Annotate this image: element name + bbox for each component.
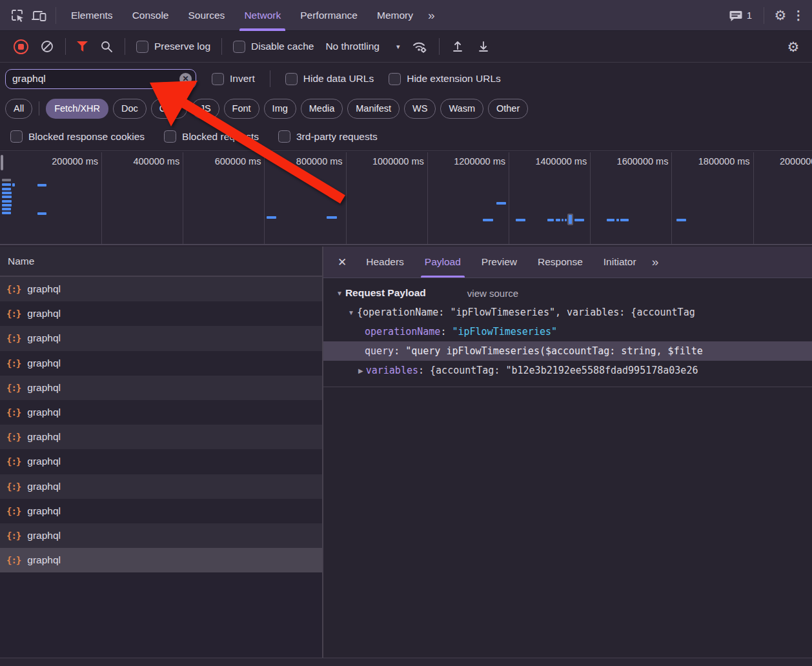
request-row[interactable]: {:}graphql (0, 326, 322, 350)
request-row[interactable]: {:}graphql (0, 301, 322, 326)
network-overview-timeline[interactable]: 200000 ms400000 ms600000 ms800000 ms1000… (0, 152, 812, 245)
tab-memory[interactable]: Memory (367, 0, 423, 31)
tab-elements[interactable]: Elements (61, 0, 123, 31)
waterfall-mark (37, 184, 46, 187)
chip-other[interactable]: Other (488, 99, 528, 119)
devtools-top-bar: ElementsConsoleSourcesNetworkPerformance… (0, 0, 812, 31)
fetch-xhr-type-icon: {:} (6, 555, 21, 565)
waterfall-mark (2, 183, 11, 186)
payload-line-query[interactable]: query: "query ipFlowTimeseries($accountT… (323, 341, 812, 361)
checkbox-icon[interactable] (10, 130, 23, 143)
timeline-tick-label: 1600000 ms (591, 156, 668, 166)
throttling-dropdown[interactable]: No throttling▾ (325, 41, 400, 52)
waterfall-mark (2, 204, 12, 207)
chip-ws[interactable]: WS (404, 99, 436, 119)
detail-tab-headers[interactable]: Headers (356, 247, 414, 278)
chip-manifest[interactable]: Manifest (347, 99, 400, 119)
3rd-party-requests-checkbox[interactable]: 3rd-party requests (278, 130, 378, 143)
panel-tabs: ElementsConsoleSourcesNetworkPerformance… (61, 0, 423, 31)
waterfall-mark (12, 183, 15, 187)
detail-tab-response[interactable]: Response (527, 247, 593, 278)
chip-css[interactable]: CSS (151, 99, 187, 119)
fetch-xhr-type-icon: {:} (6, 358, 21, 368)
chip-img[interactable]: Img (264, 99, 296, 119)
divider (764, 7, 764, 24)
request-name: graphql (27, 554, 61, 566)
request-row[interactable]: {:}graphql (0, 548, 322, 572)
issues-bubble-icon[interactable] (727, 5, 744, 26)
waterfall-mark (565, 219, 567, 221)
close-detail-icon[interactable]: ✕ (329, 256, 356, 269)
network-conditions-icon[interactable] (411, 39, 428, 54)
checkbox-icon[interactable] (278, 130, 290, 143)
filter-funnel-icon[interactable] (77, 41, 88, 52)
preserve-log-checkbox[interactable]: Preserve log (136, 41, 210, 53)
overview-left-handle[interactable] (1, 155, 3, 170)
kebab-menu-icon[interactable]: ⋮ (791, 5, 806, 26)
payload-root-line[interactable]: ▼ {operationName: "ipFlowTimeseries", va… (323, 303, 812, 322)
device-toolbar-icon[interactable] (28, 5, 50, 26)
waterfall-mark (483, 219, 493, 221)
chip-doc[interactable]: Doc (113, 99, 147, 119)
chip-wasm[interactable]: Wasm (440, 99, 483, 119)
more-tabs-icon[interactable]: » (423, 8, 439, 23)
request-row[interactable]: {:}graphql (0, 499, 322, 523)
detail-tabs: ✕ HeadersPayloadPreviewResponseInitiator… (323, 247, 812, 278)
issues-count[interactable]: 1 (747, 10, 752, 21)
chip-all[interactable]: All (5, 99, 32, 119)
chip-js[interactable]: JS (192, 99, 219, 119)
filter-text-input[interactable]: graphql ✕ (5, 69, 196, 89)
name-column-header[interactable]: Name (0, 247, 322, 277)
more-detail-tabs-icon[interactable]: » (647, 255, 663, 269)
clear-filter-icon[interactable]: ✕ (179, 73, 192, 85)
collapse-root-icon[interactable]: ▼ (348, 309, 354, 316)
request-row[interactable]: {:}graphql (0, 449, 322, 474)
payload-line-variables[interactable]: ▶ variables: {accountTag: "b12e3b2192ee5… (323, 361, 812, 380)
request-row[interactable]: {:}graphql (0, 425, 322, 449)
hide-extension-urls-checkbox[interactable]: Hide extension URLs (389, 73, 501, 85)
request-row[interactable]: {:}graphql (0, 351, 322, 376)
collapse-request-payload-icon[interactable]: ▼ (336, 290, 343, 297)
disable-cache-checkbox[interactable]: Disable cache (233, 41, 314, 53)
payload-line-operationName[interactable]: operationName: "ipFlowTimeseries" (323, 322, 812, 341)
waterfall-mark (2, 192, 12, 194)
checkbox-icon[interactable] (164, 130, 176, 143)
requests-panel: Name {:}graphql{:}graphql{:}graphql{:}gr… (0, 247, 323, 666)
inspect-element-icon[interactable] (6, 5, 28, 26)
import-har-icon[interactable] (451, 39, 465, 54)
record-network-log-button[interactable] (14, 39, 28, 54)
request-row[interactable]: {:}graphql (0, 376, 322, 400)
waterfall-mark (2, 196, 12, 198)
chip-fetch-xhr[interactable]: Fetch/XHR (46, 99, 108, 119)
view-source-link[interactable]: view source (467, 288, 518, 299)
chip-font[interactable]: Font (224, 99, 259, 119)
fetch-xhr-type-icon: {:} (6, 308, 21, 319)
filter-row: graphql ✕ Invert Hide data URLs Hide ext… (0, 63, 812, 95)
hide-data-urls-checkbox[interactable]: Hide data URLs (285, 73, 374, 85)
network-settings-gear-icon[interactable]: ⚙ (782, 35, 804, 57)
tab-performance[interactable]: Performance (290, 0, 367, 31)
tab-network[interactable]: Network (234, 0, 290, 31)
request-name: graphql (27, 308, 61, 319)
expand-variables-icon[interactable]: ▶ (358, 367, 363, 374)
waterfall-mark (2, 208, 11, 210)
detail-tab-initiator[interactable]: Initiator (593, 247, 647, 278)
blocked-response-cookies-checkbox[interactable]: Blocked response cookies (10, 130, 145, 143)
invert-checkbox[interactable]: Invert (212, 73, 255, 85)
clear-network-log-icon[interactable] (40, 39, 54, 54)
request-row[interactable]: {:}graphql (0, 474, 322, 499)
tab-console[interactable]: Console (123, 0, 179, 31)
chip-media[interactable]: Media (301, 99, 343, 119)
request-row[interactable]: {:}graphql (0, 277, 322, 301)
request-row[interactable]: {:}graphql (0, 400, 322, 425)
fetch-xhr-type-icon: {:} (6, 333, 21, 343)
request-rows: {:}graphql{:}graphql{:}graphql{:}graphql… (0, 277, 322, 572)
export-har-icon[interactable] (476, 39, 491, 54)
request-row[interactable]: {:}graphql (0, 523, 322, 548)
search-icon[interactable] (99, 39, 114, 54)
blocked-requests-checkbox[interactable]: Blocked requests (164, 130, 259, 143)
tab-sources[interactable]: Sources (179, 0, 235, 31)
detail-tab-payload[interactable]: Payload (414, 247, 471, 278)
waterfall-mark (562, 219, 563, 221)
detail-tab-preview[interactable]: Preview (471, 247, 527, 278)
